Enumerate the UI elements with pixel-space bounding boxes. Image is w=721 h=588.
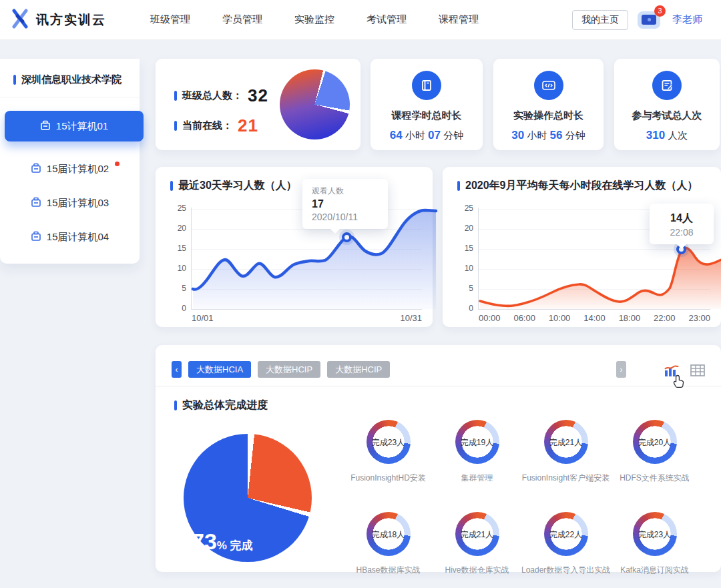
experiment-item[interactable]: 完成22人 Loader数据导入导出实战 (521, 512, 610, 576)
data-point-marker[interactable] (342, 232, 352, 242)
class-total-value: 32 (248, 85, 268, 106)
x-tick: 23:00 (688, 313, 710, 323)
pie-percent-text: 完成 (230, 539, 252, 552)
hours-number: 30 (511, 129, 524, 141)
tabs-prev-arrow[interactable]: ‹ (172, 361, 182, 378)
pie-center-label: 73% 完成 (192, 529, 252, 555)
code-icon (534, 71, 563, 100)
experiment-name: HDFS文件系统实战 (610, 473, 699, 484)
donut-chart: 完成20人 (633, 420, 677, 464)
tab-bigdata-hcia[interactable]: 大数据HCIA (188, 361, 251, 378)
lab-hours-card: 实验操作总时长 30 小时 56 分钟 (493, 59, 604, 150)
sidebar-item-class-03[interactable]: 15届计算机03 (0, 197, 140, 210)
school-name: 深圳信息职业技术学院 (21, 73, 122, 86)
hourly-online-chart-card: 2020年9月平均每天每小时段在线学习人数（人） 25 20 15 10 5 0 (443, 167, 721, 327)
online-label: 当前在线： (182, 119, 232, 132)
donut-chart: 完成23人 (633, 512, 677, 556)
tooltip-value: 17 (312, 198, 379, 210)
donut-count-label: 完成21人 (544, 437, 588, 449)
donut-chart: 完成19人 (455, 420, 499, 464)
donut-count-label: 完成20人 (633, 437, 677, 449)
experiment-donut-grid: 完成23人 FusionInsightHD安装 完成19人 集群管理 完成21人… (344, 420, 699, 576)
tabs-next-arrow[interactable]: › (616, 361, 626, 378)
course-hours-label: 课程学时总时长 (371, 109, 483, 122)
course-hours-value: 64 小时 07 分钟 (371, 129, 483, 142)
hours-unit: 小时 (527, 129, 547, 141)
x-tick: 10:00 (549, 313, 571, 323)
sidebar-item-class-04[interactable]: 15届计算机04 (0, 231, 140, 244)
learners-tooltip: 观看人数 17 2020/10/11 (302, 179, 388, 229)
sidebar-item-class-01[interactable]: 15计算机01 (5, 111, 144, 141)
pie-percent-sign: % (217, 539, 227, 552)
unread-dot (115, 162, 119, 166)
hourly-online-chart: 25 20 15 10 5 0 14人 22:08 00: (457, 202, 714, 329)
y-tick: 5 (170, 284, 186, 293)
nav-item-class-mgmt[interactable]: 班级管理 (150, 13, 190, 26)
overall-completion-pie-chart: 73% 完成 (184, 434, 312, 562)
accent-bar (174, 91, 177, 101)
exam-count-card: 参与考试总人次 310 人次 (614, 59, 720, 150)
section-title: 实验总体完成进度 (182, 398, 268, 412)
experiment-item[interactable]: 完成19人 集群管理 (433, 420, 521, 484)
section-title-row: 实验总体完成进度 (174, 398, 268, 412)
x-axis-labels: 10/01 10/31 (192, 313, 422, 323)
donut-count-label: 完成23人 (367, 437, 411, 449)
course-tab-bar: ‹ 大数据HCIA 大数据HCIP 大数据HCIP › (172, 361, 705, 378)
nav-item-lab-monitor[interactable]: 实验监控 (294, 13, 334, 26)
table-view-icon[interactable] (690, 364, 705, 381)
hours-number: 64 (390, 129, 403, 141)
donut-chart: 完成21人 (455, 512, 499, 556)
experiment-progress-card: ‹ 大数据HCIA 大数据HCIP 大数据HCIP › (156, 345, 721, 572)
y-tick: 10 (170, 264, 186, 273)
minutes-number: 56 (550, 129, 563, 141)
x-tick: 06:00 (513, 313, 535, 323)
my-home-button[interactable]: 我的主页 (572, 10, 628, 30)
nav-item-student-mgmt[interactable]: 学员管理 (222, 13, 262, 26)
notification-badge: 3 (654, 5, 666, 17)
x-tick-end: 10/31 (400, 313, 422, 323)
lab-hours-label: 实验操作总时长 (493, 109, 604, 122)
x-tick: 00:00 (479, 313, 501, 323)
experiment-item[interactable]: 完成21人 FusionInsight客户端安装 (521, 420, 610, 484)
title-accent-bar (174, 400, 177, 410)
class-label: 15届计算机04 (47, 231, 109, 244)
sidebar-item-class-02[interactable]: 15届计算机02 (0, 163, 140, 176)
exam-count-label: 参与考试总人次 (614, 109, 720, 122)
experiment-item[interactable]: 完成21人 Hive数据仓库实战 (433, 512, 521, 576)
recent-learners-chart-card: 最近30天学习人数（人） 25 20 15 10 5 0 观看人数 1 (156, 167, 433, 327)
recent-learners-chart-title: 最近30天学习人数（人） (178, 179, 297, 193)
donut-count-label: 完成18人 (367, 529, 411, 541)
experiment-name: Kafka消息订阅实战 (610, 565, 699, 576)
experiment-name: Hive数据仓库实战 (433, 565, 521, 576)
y-tick: 15 (457, 244, 473, 253)
class-label: 15届计算机03 (47, 197, 109, 210)
minutes-number: 07 (428, 129, 441, 141)
tooltip-time: 22:08 (659, 227, 704, 238)
tab-bigdata-hcip-1[interactable]: 大数据HCIP (258, 361, 320, 378)
class-total-row: 班级总人数： 32 (174, 85, 268, 106)
donut-count-label: 完成23人 (633, 529, 677, 541)
hourly-tooltip: 14人 22:08 (650, 204, 714, 244)
online-row: 当前在线： 21 (174, 115, 258, 136)
class-total-label: 班级总人数： (182, 89, 242, 102)
experiment-name: 集群管理 (433, 473, 521, 484)
class-icon (31, 163, 41, 176)
school-title-row: 深圳信息职业技术学院 (0, 59, 140, 97)
title-accent-bar (13, 75, 16, 85)
nav-item-exam-mgmt[interactable]: 考试管理 (367, 13, 407, 26)
experiment-item[interactable]: 完成20人 HDFS文件系统实战 (610, 420, 699, 484)
experiment-item[interactable]: 完成23人 Kafka消息订阅实战 (610, 512, 699, 576)
pie-percent-value: 73 (192, 529, 217, 554)
chart-title-row: 2020年9月平均每天每小时段在线学习人数（人） (457, 179, 714, 193)
donut-chart: 完成22人 (544, 512, 588, 556)
notification-icon[interactable]: 3 (638, 9, 663, 31)
nav-item-course-mgmt[interactable]: 课程管理 (439, 13, 479, 26)
mouse-hand-cursor (673, 374, 686, 392)
lab-hours-value: 30 小时 56 分钟 (493, 129, 604, 142)
current-user-name[interactable]: 李老师 (672, 13, 702, 26)
tab-bigdata-hcip-2[interactable]: 大数据HCIP (327, 361, 390, 378)
y-tick: 20 (457, 224, 473, 233)
experiment-item[interactable]: 完成18人 HBase数据库实战 (344, 512, 433, 576)
tooltip-value: 14人 (659, 212, 704, 226)
experiment-item[interactable]: 完成23人 FusionInsightHD安装 (344, 420, 433, 484)
